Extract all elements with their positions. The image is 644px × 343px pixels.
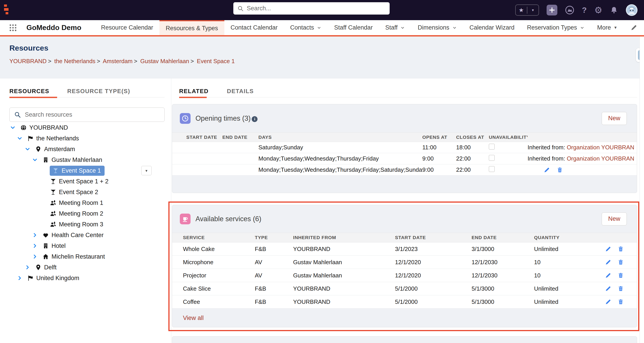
chevron-down-icon[interactable] [10, 125, 18, 130]
edit-pencil-icon[interactable] [605, 272, 611, 278]
resource-search[interactable] [10, 108, 164, 122]
selected-tree-item-chip[interactable]: Event Space 1 [50, 166, 104, 176]
cell-start-date: 12/1/2020 [395, 272, 472, 279]
favorites-control[interactable]: ★ ▾ [515, 4, 539, 16]
tree-item-gustav-mahlerlaan[interactable]: Gustav Mahlerlaan [0, 154, 171, 165]
cell-end-date: 12/1/2030 [472, 259, 534, 266]
chevron-right-icon[interactable] [17, 275, 24, 281]
chevron-right-icon[interactable] [25, 264, 32, 270]
chevron-down-icon[interactable] [25, 146, 32, 152]
tree-item-meeting-room-3[interactable]: Meeting Room 3 [0, 219, 171, 230]
unavailability-checkbox[interactable] [489, 155, 495, 161]
tree-item-event-space-2[interactable]: Event Space 2 [0, 187, 171, 198]
trailhead-icon[interactable] [565, 5, 574, 15]
chevron-down-icon[interactable] [317, 25, 322, 30]
delete-trash-icon[interactable] [618, 246, 624, 252]
tree-item-meeting-room-1[interactable]: Meeting Room 1 [0, 198, 171, 208]
new-service-button[interactable]: New [602, 212, 627, 226]
global-search[interactable] [233, 2, 390, 14]
edit-pencil-icon[interactable] [605, 299, 611, 305]
favorites-star-icon[interactable]: ★ [516, 7, 527, 14]
breadcrumb-link[interactable]: the Netherlands [54, 58, 96, 64]
tree-item-united-kingdom[interactable]: United Kingdom [0, 273, 171, 284]
tree-item-meeting-room-2[interactable]: Meeting Room 2 [0, 208, 171, 219]
edit-pencil-icon[interactable] [605, 246, 611, 252]
tree-item-amsterdam[interactable]: Amsterdam [0, 144, 171, 154]
nav-tab-contacts[interactable]: Contacts [284, 20, 328, 35]
inherited-from-link[interactable]: Organization YOURBRAND [567, 155, 634, 162]
tab-resources[interactable]: RESOURCES [10, 85, 49, 98]
inherited-from-link[interactable]: Organization YOURBRAND [567, 144, 634, 151]
quick-create-plus-icon[interactable] [546, 5, 557, 16]
resource-search-input[interactable] [25, 111, 160, 118]
edit-pencil-icon[interactable] [605, 286, 611, 292]
chevron-right-icon[interactable] [32, 243, 40, 249]
nav-tab-resource-calendar[interactable]: Resource Calendar [95, 20, 160, 35]
info-icon[interactable]: i [252, 116, 258, 122]
nav-tab-more[interactable]: More▼ [591, 20, 624, 35]
tab-resource-types[interactable]: RESOURCE TYPE(S) [67, 85, 130, 98]
view-all-link[interactable]: View all [183, 314, 204, 322]
global-header-icons: ★ ▾ ? ⚙ [515, 0, 638, 20]
cell-unavailability [489, 166, 528, 174]
tree-item-label: Delft [44, 264, 57, 271]
setup-gear-icon[interactable]: ⚙ [594, 6, 602, 14]
nav-tab-contact-calendar[interactable]: Contact Calendar [224, 20, 284, 35]
chevron-down-icon[interactable] [32, 157, 40, 163]
chevron-right-icon[interactable] [32, 232, 40, 238]
notifications-bell-icon[interactable] [610, 6, 618, 14]
delete-trash-icon[interactable] [618, 259, 624, 265]
delete-trash-icon[interactable] [618, 286, 624, 292]
breadcrumb-link[interactable]: Gustav Mahlerlaan [140, 58, 189, 64]
cell-unavailability [489, 155, 528, 162]
cell-end-date: 5/1/3000 [472, 285, 534, 292]
global-search-input[interactable] [247, 5, 386, 12]
breadcrumb-link[interactable]: Amsterdam [103, 58, 132, 64]
breadcrumb-link[interactable]: YOURBRAND [10, 58, 46, 64]
tree-item-label: Gustav Mahlerlaan [52, 156, 102, 164]
nav-tab-staff[interactable]: Staff [379, 20, 411, 35]
nav-tab-reservation-types[interactable]: Reservation Types [521, 20, 591, 35]
cell-quantity: Unlimited [534, 246, 586, 252]
app-launcher-icon[interactable] [8, 23, 18, 33]
new-opening-time-button[interactable]: New [602, 112, 627, 125]
tree-item-event-space-1-2[interactable]: Event Space 1 + 2 [0, 176, 171, 187]
chevron-down-icon[interactable] [580, 25, 585, 30]
help-icon[interactable]: ? [582, 6, 587, 14]
chevron-down-icon[interactable] [17, 136, 24, 141]
global-header: ★ ▾ ? ⚙ [0, 0, 644, 20]
user-avatar[interactable] [626, 4, 638, 16]
delete-trash-icon[interactable] [618, 299, 624, 305]
delete-trash-icon[interactable] [557, 167, 563, 173]
edit-pencil-icon[interactable] [605, 259, 611, 265]
tab-related[interactable]: RELATED [179, 85, 208, 95]
tree-item-menu-button[interactable]: ▼ [141, 166, 152, 175]
nav-tab-calendar-wizard[interactable]: Calendar Wizard [463, 20, 521, 35]
cell-closes-at: 22:00 [456, 155, 489, 162]
tree-item-event-space-1[interactable]: Event Space 1 ▼ [0, 165, 171, 176]
edit-pencil-icon[interactable] [544, 167, 550, 173]
unavailability-checkbox[interactable] [489, 166, 495, 172]
delete-trash-icon[interactable] [618, 272, 624, 278]
breadcrumb-link[interactable]: Event Space 1 [197, 58, 235, 64]
nav-tab-staff-calendar[interactable]: Staff Calendar [328, 20, 379, 35]
martini-icon [50, 189, 56, 196]
tree-item-the-netherlands[interactable]: the Netherlands [0, 133, 171, 144]
column-header: OPENS AT [422, 134, 456, 140]
nav-tab-resources-and-types[interactable]: Resources & Types [160, 20, 224, 35]
edit-nav-pencil-icon[interactable] [630, 24, 637, 32]
tab-details[interactable]: DETAILS [227, 85, 254, 95]
chevron-right-icon[interactable] [32, 254, 40, 260]
tree-item-delft[interactable]: Delft [0, 262, 171, 273]
tree-item-health-care-center[interactable]: Health Care Center [0, 230, 171, 240]
tree-item-michelin-restaurant[interactable]: Michelin Restaurant [0, 251, 171, 262]
tree-item-hotel[interactable]: Hotel [0, 240, 171, 251]
tree-item-yourbrand[interactable]: YOURBRAND [0, 122, 171, 133]
nav-tab-dimensions[interactable]: Dimensions [411, 20, 463, 35]
chevron-down-icon[interactable] [400, 25, 405, 30]
vertical-scrollbar[interactable] [640, 36, 644, 343]
chevron-down-icon[interactable] [452, 25, 457, 30]
org-logo[interactable] [4, 4, 18, 16]
favorites-dropdown-icon[interactable]: ▾ [527, 8, 538, 12]
unavailability-checkbox[interactable] [489, 144, 495, 150]
